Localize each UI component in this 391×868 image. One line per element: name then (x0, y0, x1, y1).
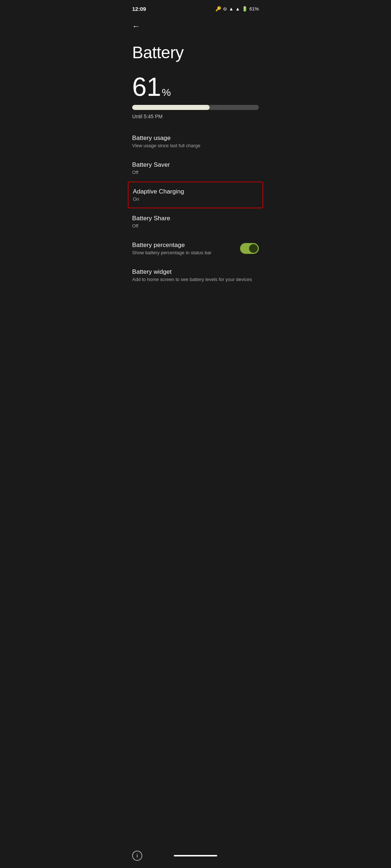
back-arrow-icon: ← (132, 22, 140, 31)
page-title: Battery (132, 43, 259, 62)
toggle-battery-percentage[interactable] (240, 243, 259, 254)
status-bar: 12:09 🔑 ⊖ ▲ ▲ 🔋 61% (125, 0, 266, 16)
settings-item-subtitle-battery-saver: Off (132, 170, 259, 175)
settings-item-battery-widget[interactable]: Battery widget Add to home screen to see… (125, 262, 266, 289)
settings-item-title-battery-usage: Battery usage (132, 135, 259, 142)
settings-item-title-battery-saver: Battery Saver (132, 161, 259, 169)
battery-number: 61 (132, 74, 161, 100)
settings-item-text-battery-percentage: Battery percentage Show battery percenta… (132, 242, 240, 255)
settings-item-subtitle-battery-usage: View usage since last full charge (132, 143, 259, 148)
settings-item-title-battery-percentage: Battery percentage (132, 242, 234, 249)
battery-progress-bar (132, 105, 259, 110)
back-button[interactable]: ← (125, 16, 266, 34)
toggle-knob-battery-percentage (249, 244, 258, 253)
settings-item-subtitle-adaptive-charging: On (133, 196, 258, 202)
battery-percentage-display: 61 % (132, 74, 259, 100)
page-title-section: Battery (125, 34, 266, 68)
settings-item-battery-share[interactable]: Battery Share Off (125, 208, 266, 235)
key-icon: 🔑 (215, 6, 221, 12)
settings-item-title-battery-widget: Battery widget (132, 268, 259, 276)
battery-icon: 🔋 (242, 6, 248, 12)
settings-item-adaptive-charging[interactable]: Adaptive Charging On (128, 182, 263, 208)
settings-item-battery-usage[interactable]: Battery usage View usage since last full… (125, 128, 266, 155)
battery-until-text: Until 5:45 PM (132, 114, 259, 119)
battery-level-section: 61 % Until 5:45 PM (125, 68, 266, 125)
dnd-icon: ⊖ (223, 6, 227, 12)
settings-item-title-battery-share: Battery Share (132, 215, 259, 222)
battery-progress-fill (132, 105, 210, 110)
status-icons: 🔑 ⊖ ▲ ▲ 🔋 61% (215, 6, 259, 12)
settings-item-subtitle-battery-share: Off (132, 223, 259, 229)
wifi-icon: ▲ (229, 6, 234, 12)
settings-item-battery-percentage[interactable]: Battery percentage Show battery percenta… (125, 235, 266, 262)
battery-percent-sign: % (162, 87, 171, 98)
battery-percent-status: 61% (249, 6, 259, 12)
settings-item-battery-saver[interactable]: Battery Saver Off (125, 155, 266, 182)
status-time: 12:09 (132, 6, 146, 12)
settings-item-title-adaptive-charging: Adaptive Charging (133, 188, 258, 195)
settings-list: Battery usage View usage since last full… (125, 125, 266, 292)
settings-item-subtitle-battery-widget: Add to home screen to see battery levels… (132, 277, 259, 282)
settings-item-subtitle-battery-percentage: Show battery percentage in status bar (132, 250, 234, 255)
signal-icon: ▲ (235, 6, 240, 12)
